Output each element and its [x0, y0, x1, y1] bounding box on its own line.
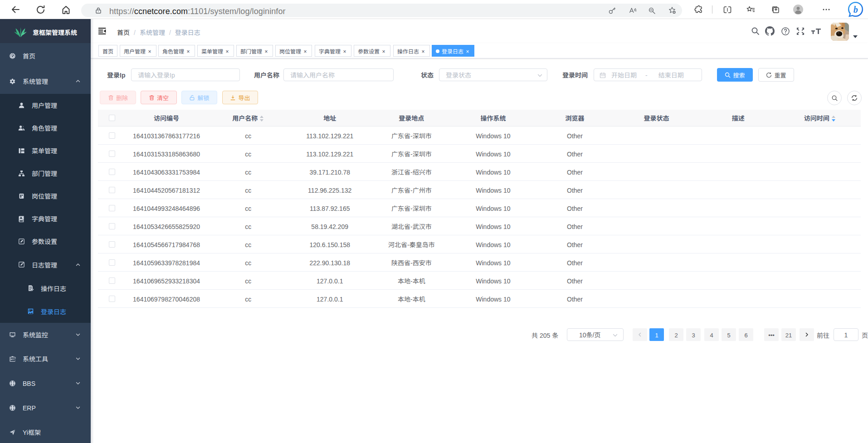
svg-text:b: b: [853, 5, 858, 15]
